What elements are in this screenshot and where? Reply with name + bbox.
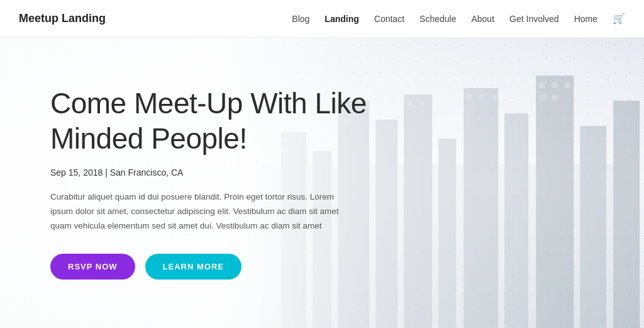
svg-rect-9: [536, 76, 574, 328]
svg-rect-22: [492, 94, 497, 99]
svg-rect-10: [580, 126, 606, 328]
hero-location: San Francisco, CA: [110, 167, 184, 178]
hero-description: Curabitur aliquet quam id dui posuere bl…: [50, 190, 358, 234]
hero-buttons: RSVP NOW LEARN MORE: [50, 254, 377, 280]
nav-links: Blog Landing Contact Schedule About Get …: [292, 13, 625, 25]
nav-blog[interactable]: Blog: [292, 14, 309, 24]
svg-rect-23: [539, 82, 545, 88]
cart-icon[interactable]: 🛒: [613, 13, 625, 24]
svg-rect-26: [539, 94, 545, 101]
nav-home[interactable]: Home: [574, 14, 597, 24]
svg-rect-21: [479, 94, 484, 99]
svg-rect-5: [404, 94, 432, 328]
svg-rect-25: [564, 82, 570, 88]
brand-logo[interactable]: Meetup Landing: [19, 12, 106, 25]
svg-rect-6: [438, 139, 456, 328]
svg-rect-27: [552, 94, 558, 101]
svg-rect-24: [552, 82, 558, 88]
hero-section: Come Meet-Up With Like Minded People! Se…: [0, 38, 644, 328]
nav-landing[interactable]: Landing: [325, 14, 358, 24]
svg-rect-4: [375, 120, 397, 328]
hero-date: Sep 15, 2018: [50, 167, 103, 178]
navbar: Meetup Landing Blog Landing Contact Sche…: [0, 0, 644, 38]
svg-rect-11: [613, 101, 640, 328]
hero-title: Come Meet-Up With Like Minded People!: [50, 86, 377, 156]
svg-rect-8: [504, 113, 528, 328]
nav-contact[interactable]: Contact: [374, 14, 404, 24]
nav-get-involved[interactable]: Get Involved: [509, 14, 559, 24]
svg-rect-18: [407, 101, 412, 106]
rsvp-button[interactable]: RSVP NOW: [50, 254, 135, 280]
learn-more-button[interactable]: LEARN MORE: [145, 254, 242, 280]
svg-rect-20: [467, 94, 472, 99]
hero-meta: Sep 15, 2018 | San Francisco, CA: [50, 167, 377, 178]
hero-content: Come Meet-Up With Like Minded People! Se…: [0, 86, 377, 279]
nav-schedule[interactable]: Schedule: [419, 14, 456, 24]
hero-separator: |: [105, 167, 110, 178]
svg-rect-7: [464, 88, 498, 328]
svg-rect-19: [419, 101, 425, 106]
nav-about[interactable]: About: [471, 14, 494, 24]
